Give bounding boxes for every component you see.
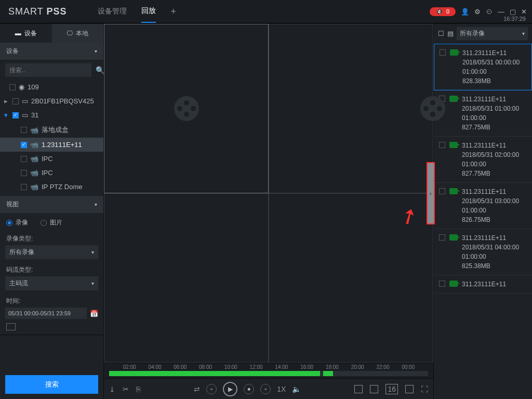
clip-info: 311.23111E+112018/05/31 01:00:0001:00:00… — [462, 95, 527, 132]
video-cell-3[interactable] — [104, 193, 269, 363]
panel-drag-handle[interactable]: › — [427, 162, 435, 224]
playback-grid: › ➚ — [104, 24, 433, 363]
film-reel-icon — [420, 96, 445, 121]
tab-playback[interactable]: 回放 — [141, 0, 156, 23]
tab-add-icon[interactable]: + — [170, 6, 176, 17]
device-search-row: 🔍 — [0, 60, 103, 80]
tree-node-31[interactable]: ▾▭31 — [0, 108, 103, 122]
export-icon[interactable]: ⎘ — [136, 385, 140, 393]
clip-checkbox[interactable] — [439, 281, 445, 287]
camcorder-icon: 📹 — [30, 126, 38, 134]
time-range-row: 📅 — [5, 308, 98, 319]
clip-checkbox[interactable] — [440, 49, 446, 56]
main-tabs: 设备管理 回放 + — [98, 0, 176, 23]
forward-button[interactable]: » — [260, 384, 271, 394]
timeline[interactable]: 02:00 04:00 06:00 08:00 10:00 12:00 14:0… — [104, 363, 433, 378]
stop-button[interactable]: ■ — [244, 384, 254, 394]
chevron-down-icon: ▾ — [91, 249, 94, 255]
cut-icon[interactable]: ✂ — [123, 385, 129, 393]
playback-controls: ⤓ ✂ ⎘ ⇄ « ▶ ■ » 1X 🔈 16 — [104, 378, 433, 399]
section-view-header[interactable]: 视图▾ — [0, 196, 103, 213]
stream-label: 码流类型: — [0, 263, 103, 275]
monitor-icon: 🖵 — [66, 30, 73, 37]
camcorder-icon — [449, 281, 458, 287]
stream-select[interactable]: 主码流▾ — [5, 276, 98, 290]
download-icon[interactable]: ⤓ — [109, 385, 115, 393]
tree-node-nvr[interactable]: ▸▭2B01FB1PBQSV425 — [0, 94, 103, 108]
dashboard-icon[interactable]: ⏲ — [486, 8, 493, 16]
tree-cam-2[interactable]: 📹1.23111E+11 — [0, 138, 103, 152]
camcorder-icon — [449, 96, 458, 102]
calendar-icon[interactable]: 📅 — [90, 310, 98, 317]
search-icon[interactable]: 🔍 — [96, 66, 104, 74]
mode-selector: 录像 图片 — [0, 213, 103, 232]
play-button[interactable]: ▶ — [223, 382, 237, 396]
sidebar: ▬设备 🖵本地 设备 ▾ 🔍 ◉109 ▸▭2B01FB1PBQSV425 ▾▭… — [0, 24, 104, 399]
rewind-button[interactable]: « — [206, 384, 217, 394]
section-device-header[interactable]: 设备 ▾ — [0, 43, 103, 60]
alert-badge[interactable]: 🔇 0 — [430, 7, 456, 16]
camcorder-icon — [449, 234, 458, 241]
tree-cam-1[interactable]: 📹落地成盒 — [0, 122, 103, 138]
clips-panel: ☐ ▤ 所有录像▾ 311.23111E+112018/05/31 00:00:… — [433, 24, 532, 399]
grid-3x3-icon[interactable] — [370, 385, 378, 393]
side-tab-device[interactable]: ▬设备 — [0, 24, 52, 43]
shuffle-icon[interactable]: ⇄ — [194, 385, 200, 393]
radio-image[interactable]: 图片 — [41, 218, 62, 227]
split-count[interactable]: 16 — [385, 384, 398, 394]
card-icon[interactable] — [6, 323, 16, 330]
chevron-down-icon: ▾ — [91, 281, 94, 286]
rectype-select[interactable]: 所有录像▾ — [5, 245, 98, 259]
clip-item[interactable]: 311.23111E+112018/05/31 03:00:0001:00:00… — [434, 183, 532, 229]
clip-item[interactable]: 311.23111E+112018/05/31 04:00:0001:00:00… — [434, 229, 532, 275]
time-range-input[interactable] — [5, 308, 87, 319]
disk-icon: ▬ — [15, 30, 21, 37]
camcorder-icon: 📹 — [30, 155, 38, 163]
logo-text-1: SMART — [8, 6, 43, 17]
clip-filter-select[interactable]: 所有录像▾ — [457, 27, 528, 40]
app-logo: SMART PSS — [8, 6, 66, 17]
list-mode-icon[interactable]: ▤ — [447, 30, 454, 37]
fullscreen-icon[interactable]: ⛶ — [421, 385, 428, 393]
search-button[interactable]: 搜索 — [5, 375, 98, 394]
clip-checkbox[interactable] — [439, 142, 445, 148]
tree-node-109[interactable]: ◉109 — [0, 80, 103, 94]
radio-record[interactable]: 录像 — [6, 218, 28, 227]
side-tab-local[interactable]: 🖵本地 — [52, 24, 104, 43]
rectype-label: 录像类型: — [0, 232, 103, 244]
clip-item[interactable]: 311.23111E+112018/05/31 00:00:0001:00:00… — [434, 44, 532, 90]
volume-icon[interactable]: 🔈 — [292, 385, 301, 393]
clip-checkbox[interactable] — [439, 188, 445, 194]
clip-item[interactable]: 311.23111E+112018/05/31 02:00:0001:00:00… — [434, 137, 532, 183]
clip-info: 311.23111E+112018/05/31 03:00:0001:00:00… — [462, 187, 527, 224]
titlebar: SMART PSS 设备管理 回放 + 🔇 0 👤 ⚙ ⏲ — ▢ ✕ 16:3… — [0, 0, 532, 24]
tree-cam-3[interactable]: 📹IPC — [0, 152, 103, 166]
clip-item[interactable]: 311.23111E+112018/05/31 01:00:0001:00:00… — [434, 90, 532, 137]
speed-label[interactable]: 1X — [277, 385, 286, 393]
tab-device-mgmt[interactable]: 设备管理 — [98, 0, 127, 23]
tree-cam-4[interactable]: 📹IPC — [0, 166, 103, 180]
gear-icon[interactable]: ⚙ — [474, 8, 481, 16]
clip-item[interactable]: 311.23111E+11 — [434, 275, 532, 294]
device-search-input[interactable] — [5, 63, 91, 77]
nvr-icon: ▭ — [22, 97, 28, 105]
maximize-icon[interactable]: ▢ — [510, 8, 516, 16]
minimize-icon[interactable]: — — [498, 8, 504, 16]
close-icon[interactable]: ✕ — [521, 8, 527, 16]
device-tree: ◉109 ▸▭2B01FB1PBQSV425 ▾▭31 📹落地成盒 📹1.231… — [0, 80, 103, 194]
camcorder-icon: 📹 — [30, 183, 38, 191]
grid-2x2-icon[interactable] — [354, 385, 363, 393]
video-cell-4[interactable] — [269, 193, 433, 363]
chevron-down-icon: ▾ — [522, 31, 525, 36]
select-all-icon[interactable]: ☐ — [438, 30, 444, 37]
nvr-icon: ▭ — [22, 111, 28, 119]
video-cell-1[interactable] — [104, 24, 269, 193]
viewer-wrap: › ➚ 02:00 04:00 06:00 08:00 10:00 12:00 … — [104, 24, 433, 399]
tree-cam-5[interactable]: 📹IP PTZ Dome — [0, 180, 103, 194]
camcorder-icon: 📹 — [30, 141, 38, 149]
clip-info: 311.23111E+112018/05/31 02:00:0001:00:00… — [462, 141, 527, 178]
video-cell-2[interactable] — [269, 24, 433, 193]
edit-icon[interactable] — [405, 385, 414, 393]
user-icon[interactable]: 👤 — [461, 8, 469, 16]
clip-checkbox[interactable] — [439, 234, 445, 241]
